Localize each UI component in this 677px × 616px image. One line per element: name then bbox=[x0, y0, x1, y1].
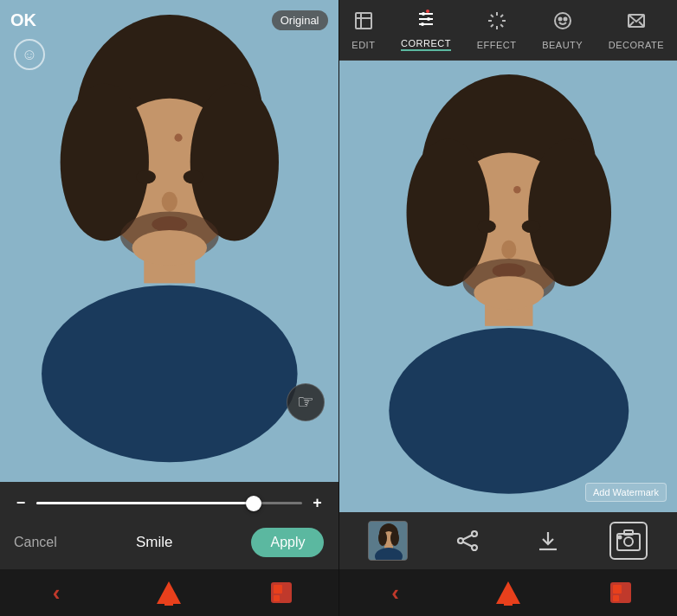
home-nav-right[interactable] bbox=[493, 577, 524, 608]
edit-icon bbox=[353, 10, 374, 36]
camera-button[interactable] bbox=[609, 521, 648, 561]
correct-label: CORRECT bbox=[401, 38, 451, 51]
toolbar-item-edit[interactable]: EDIT bbox=[345, 5, 382, 55]
svg-line-67 bbox=[463, 536, 472, 540]
touch-icon: ☞ bbox=[287, 383, 325, 421]
svg-point-37 bbox=[555, 13, 571, 29]
svg-rect-19 bbox=[356, 13, 371, 29]
svg-point-4 bbox=[190, 84, 279, 241]
svg-point-64 bbox=[472, 531, 477, 536]
svg-point-65 bbox=[458, 538, 463, 543]
svg-point-51 bbox=[521, 220, 539, 233]
toolbar-item-beauty[interactable]: BEAUTY bbox=[535, 5, 590, 55]
download-button[interactable] bbox=[528, 521, 568, 561]
svg-line-35 bbox=[490, 24, 493, 27]
recent-nav-left[interactable] bbox=[266, 577, 297, 608]
home-nav-left[interactable] bbox=[153, 577, 184, 608]
cancel-button[interactable]: Cancel bbox=[14, 535, 57, 550]
svg-point-56 bbox=[513, 186, 521, 194]
svg-point-47 bbox=[528, 139, 611, 286]
toolbar-item-decorate[interactable]: DECORATE bbox=[602, 5, 671, 55]
svg-point-6 bbox=[42, 286, 298, 463]
effect-icon bbox=[487, 10, 507, 36]
slider-area: − + bbox=[0, 482, 338, 519]
apply-button[interactable]: Apply bbox=[251, 528, 324, 557]
svg-line-36 bbox=[500, 14, 503, 16]
svg-rect-18 bbox=[274, 595, 280, 601]
svg-point-61 bbox=[390, 530, 399, 546]
svg-point-49 bbox=[389, 328, 629, 494]
svg-point-27 bbox=[421, 22, 424, 26]
svg-line-34 bbox=[500, 24, 503, 27]
nav-bar-left: ‹ bbox=[0, 569, 338, 616]
original-badge: Original bbox=[272, 10, 328, 30]
svg-point-50 bbox=[477, 220, 495, 233]
camera-icon-box bbox=[609, 522, 648, 560]
beauty-label: BEAUTY bbox=[542, 40, 583, 50]
toolbar-item-correct[interactable]: CORRECT bbox=[394, 3, 458, 56]
svg-point-7 bbox=[136, 170, 156, 184]
bottom-toolbar-right bbox=[339, 512, 678, 569]
beauty-icon bbox=[552, 10, 573, 36]
svg-rect-76 bbox=[504, 595, 513, 606]
svg-point-38 bbox=[558, 17, 561, 20]
right-panel: EDIT CORRECT bbox=[339, 0, 678, 616]
nav-bar-right: ‹ bbox=[339, 569, 678, 616]
recent-nav-right[interactable] bbox=[605, 577, 636, 608]
svg-point-28 bbox=[426, 10, 429, 13]
svg-point-12 bbox=[132, 230, 207, 266]
ok-button[interactable]: OK bbox=[10, 10, 36, 30]
svg-point-72 bbox=[624, 537, 633, 546]
svg-point-55 bbox=[474, 276, 544, 309]
slider-fill bbox=[36, 502, 254, 504]
photo-thumbnail[interactable] bbox=[368, 521, 408, 561]
back-nav-left[interactable]: ‹ bbox=[41, 577, 72, 608]
svg-point-8 bbox=[184, 170, 203, 184]
top-toolbar-right: EDIT CORRECT bbox=[339, 0, 678, 61]
right-image-area: Add Watermark bbox=[339, 61, 678, 512]
correct-icon bbox=[416, 9, 436, 35]
edit-label: EDIT bbox=[351, 40, 375, 50]
decorate-icon bbox=[626, 10, 647, 36]
toolbar-item-effect[interactable]: EFFECT bbox=[470, 5, 524, 55]
feature-label: Smile bbox=[136, 534, 173, 551]
svg-point-39 bbox=[564, 17, 566, 20]
share-button[interactable] bbox=[448, 521, 487, 561]
svg-point-13 bbox=[175, 134, 183, 142]
svg-point-52 bbox=[501, 241, 516, 259]
smile-face-icon: ☺ bbox=[14, 39, 45, 70]
svg-point-9 bbox=[162, 192, 177, 212]
left-panel: OK ☺ Original ☞ − + Cancel Smile Apply ‹ bbox=[0, 0, 338, 616]
slider-minus-label: − bbox=[14, 494, 28, 512]
watermark-badge[interactable]: Add Watermark bbox=[585, 483, 667, 502]
svg-point-46 bbox=[406, 139, 489, 286]
slider-track[interactable] bbox=[36, 502, 302, 504]
svg-rect-79 bbox=[613, 595, 619, 601]
svg-rect-17 bbox=[274, 585, 282, 594]
left-image-area: OK ☺ Original ☞ bbox=[0, 0, 338, 482]
slider-thumb[interactable] bbox=[246, 496, 261, 511]
effect-label: EFFECT bbox=[477, 40, 517, 50]
decorate-label: DECORATE bbox=[609, 40, 664, 50]
svg-point-60 bbox=[378, 530, 387, 546]
svg-rect-15 bbox=[164, 595, 173, 606]
svg-line-68 bbox=[463, 542, 472, 547]
svg-point-66 bbox=[472, 545, 477, 550]
back-nav-right[interactable]: ‹ bbox=[380, 577, 411, 608]
slider-plus-label: + bbox=[311, 494, 325, 512]
svg-rect-73 bbox=[624, 530, 633, 535]
svg-point-25 bbox=[422, 12, 425, 16]
svg-point-74 bbox=[618, 536, 621, 539]
bottom-toolbar-left: Cancel Smile Apply bbox=[0, 519, 338, 569]
svg-line-33 bbox=[490, 14, 493, 16]
svg-point-26 bbox=[427, 17, 430, 21]
svg-point-3 bbox=[61, 84, 149, 241]
svg-rect-78 bbox=[613, 585, 622, 594]
